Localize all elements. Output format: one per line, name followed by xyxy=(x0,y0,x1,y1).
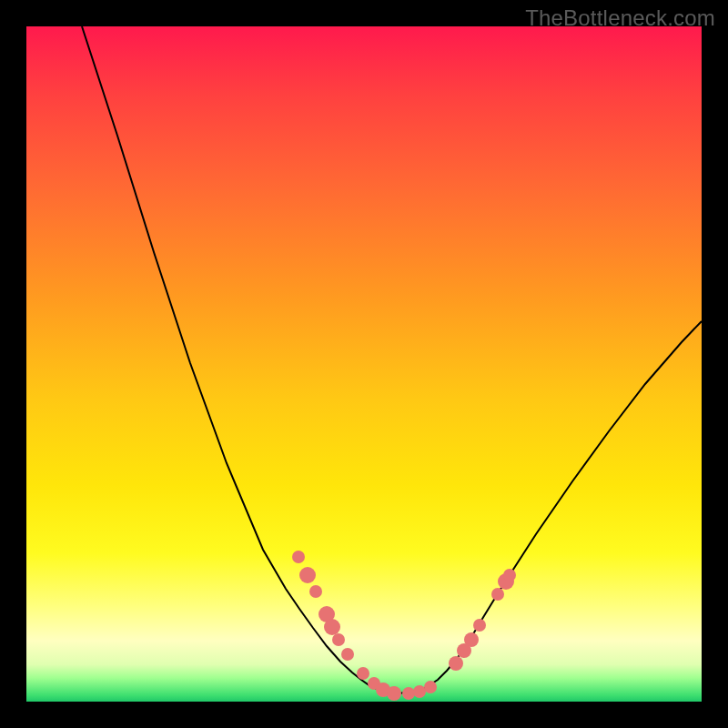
marker-dot xyxy=(473,619,486,632)
marker-dot xyxy=(357,667,369,680)
marker-dot xyxy=(332,633,345,646)
chart-plot-area xyxy=(26,26,702,702)
marker-dot xyxy=(387,686,401,701)
marker-dot xyxy=(413,685,426,698)
chart-svg xyxy=(26,26,702,702)
marker-dot xyxy=(491,588,504,601)
marker-dot xyxy=(449,656,463,671)
marker-dot xyxy=(402,687,415,700)
marker-dot xyxy=(292,551,305,563)
watermark-text: TheBottleneck.com xyxy=(525,5,715,31)
marker-dot xyxy=(503,569,516,581)
marker-dot xyxy=(341,648,354,661)
marker-dot xyxy=(299,567,316,583)
marker-dot xyxy=(324,619,340,635)
curve-left-branch xyxy=(82,26,395,693)
marker-dot xyxy=(424,681,437,693)
curve-right-branch xyxy=(395,321,702,693)
marker-group xyxy=(292,551,516,701)
marker-dot xyxy=(464,632,479,647)
marker-dot xyxy=(309,585,322,598)
